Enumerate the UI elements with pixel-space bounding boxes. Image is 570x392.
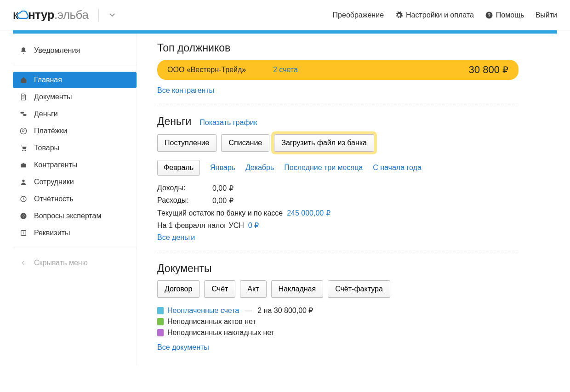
svg-point-6 [22, 150, 23, 151]
upload-bank-button[interactable]: Загрузить файл из банка [274, 134, 374, 152]
separator [157, 252, 519, 252]
balance-link[interactable]: 245 000,00 ₽ [287, 209, 331, 217]
nav-settings[interactable]: Настройки и оплата [395, 11, 474, 19]
sidebar-label: Товары [34, 144, 59, 152]
sidebar-item-reports[interactable]: Отчётность [13, 191, 137, 207]
expense-label: Расходы: [157, 196, 212, 205]
svg-point-3 [23, 114, 27, 116]
doc-blue-icon [157, 307, 164, 314]
svg-text:₽: ₽ [22, 129, 25, 133]
contract-button[interactable]: Договор [157, 280, 200, 298]
sidebar-label: Платёжки [34, 127, 67, 135]
question-icon: ? [19, 212, 28, 220]
income-label: Доходы: [157, 184, 212, 193]
clock-icon [19, 195, 28, 203]
debtor-count-link[interactable]: 2 счета [273, 66, 298, 74]
cloud-icon [17, 8, 29, 22]
svg-point-9 [22, 180, 24, 182]
nav-transform[interactable]: Преображение [333, 11, 384, 19]
sidebar-hide-toggle[interactable]: Скрывать меню [13, 255, 137, 271]
facture-button[interactable]: Счёт-фактура [328, 280, 390, 298]
briefcase-icon [19, 161, 28, 169]
gear-icon [395, 11, 403, 19]
unsigned-acts-text: Неподписанных актов нет [167, 318, 256, 326]
tab-december[interactable]: Декабрь [245, 164, 274, 172]
cart-icon [19, 144, 28, 152]
expense-button[interactable]: Списание [221, 134, 269, 152]
all-money-link[interactable]: Все деньги [157, 233, 195, 241]
document-icon [19, 93, 28, 101]
all-contractors-link[interactable]: Все контрагенты [157, 86, 214, 94]
debtor-sum: 30 800 ₽ [469, 64, 508, 76]
svg-text:?: ? [22, 214, 24, 218]
balance-row: Текущий остаток по банку и по кассе 245 … [157, 209, 519, 217]
bell-icon [19, 47, 28, 54]
debtors-title: Топ должников [157, 42, 519, 54]
sidebar-item-payments[interactable]: ₽ Платёжки [13, 123, 137, 139]
sidebar-label: Документы [34, 93, 72, 101]
tab-ytd[interactable]: С начала года [373, 164, 422, 172]
waybill-button[interactable]: Накладная [271, 280, 324, 298]
logo[interactable]: кнтур.эльба [13, 8, 88, 22]
sidebar-label: Вопросы экспертам [34, 212, 101, 220]
ruble-icon: ₽ [19, 127, 28, 135]
sidebar-item-employees[interactable]: Сотрудники [13, 174, 137, 190]
svg-point-2 [20, 112, 24, 114]
sidebar-label: Отчётность [34, 195, 74, 203]
sidebar-item-contractors[interactable]: Контрагенты [13, 157, 137, 173]
person-icon [19, 178, 28, 186]
debtor-row[interactable]: ООО «Вестерн-Трейд» 2 счета 30 800 ₽ [157, 60, 519, 80]
coins-icon [19, 110, 28, 118]
header-right: Преображение Настройки и оплата ? Помощь… [333, 11, 557, 19]
expense-value: 0,00 ₽ [212, 196, 234, 205]
show-chart-link[interactable]: Показать график [200, 119, 257, 127]
sidebar-item-goods[interactable]: Товары [13, 140, 137, 156]
tab-february[interactable]: Февраль [157, 160, 200, 176]
help-icon: ? [485, 11, 493, 19]
all-documents-link[interactable]: Все документы [157, 343, 209, 351]
tab-january[interactable]: Январь [210, 164, 235, 172]
invoice-button[interactable]: Счёт [204, 280, 235, 298]
separator [157, 105, 519, 105]
unsigned-acts-row: Неподписанных актов нет [157, 318, 519, 326]
act-button[interactable]: Акт [240, 280, 266, 298]
sidebar-notifications[interactable]: Уведомления [13, 42, 137, 65]
doc-green-icon [157, 318, 164, 325]
chevron-down-icon [109, 12, 115, 18]
sidebar-label: Скрывать меню [34, 259, 88, 267]
debtor-name: ООО «Вестерн-Трейд» [167, 66, 273, 74]
sidebar-item-money[interactable]: Деньги [13, 106, 137, 122]
sidebar-item-home[interactable]: Главная [13, 72, 137, 88]
sidebar-label: Сотрудники [34, 178, 74, 186]
sidebar-label: Главная [34, 76, 62, 84]
doc-purple-icon [157, 329, 164, 336]
sidebar-item-experts[interactable]: ? Вопросы экспертам [13, 208, 137, 224]
main-content: Топ должников ООО «Вестерн-Трейд» 2 счет… [137, 34, 519, 365]
tax-link[interactable]: 0 ₽ [248, 222, 259, 229]
income-value: 0,00 ₽ [212, 184, 234, 193]
unpaid-invoices-count: 2 на 30 800,00 ₽ [257, 306, 313, 315]
unsigned-waybills-text: Неподписанных накладных нет [167, 329, 274, 337]
money-title: Деньги [157, 115, 191, 128]
sidebar-label: Деньги [34, 110, 58, 118]
sidebar-label: Уведомления [34, 46, 80, 55]
sidebar-item-documents[interactable]: Документы [13, 89, 137, 105]
nav-logout[interactable]: Выйти [536, 11, 557, 19]
unpaid-invoices-link[interactable]: Неоплаченные счета [167, 307, 239, 315]
tax-row: На 1 февраля налог УСН 0 ₽ [157, 221, 519, 230]
collapse-icon [19, 259, 28, 267]
sidebar-label: Реквизиты [34, 229, 70, 237]
sidebar-label: Контрагенты [34, 161, 77, 169]
accent-bar [13, 30, 557, 34]
sidebar-item-details[interactable]: i Реквизиты [13, 225, 137, 241]
info-icon: i [19, 229, 28, 237]
header: кнтур.эльба Преображение Настройки и опл… [0, 0, 570, 30]
sidebar: Уведомления Главная Документы Деньги ₽ П… [13, 34, 137, 365]
nav-help[interactable]: ? Помощь [485, 11, 524, 19]
svg-text:?: ? [488, 12, 490, 17]
income-button[interactable]: Поступление [157, 134, 217, 152]
tab-last3months[interactable]: Последние три месяца [284, 164, 363, 172]
product-switcher[interactable] [98, 9, 115, 22]
unsigned-waybills-row: Неподписанных накладных нет [157, 329, 519, 337]
logo-main: нтур [28, 8, 54, 22]
